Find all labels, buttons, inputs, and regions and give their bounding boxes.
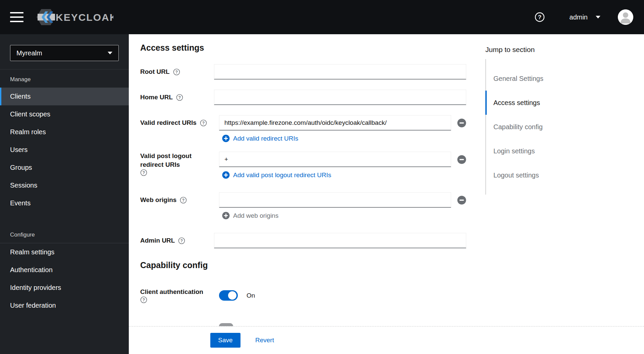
revert-button[interactable]: Revert	[255, 337, 274, 344]
home-url-row: Home URL ?	[140, 90, 479, 105]
masthead-actions: ? admin	[535, 9, 633, 25]
plus-circle-icon	[222, 135, 230, 142]
admin-url-label-wrap: Admin URL ?	[140, 233, 214, 248]
hamburger-menu-button[interactable]	[10, 12, 23, 22]
avatar[interactable]	[618, 9, 633, 25]
svg-text:?: ?	[143, 170, 145, 175]
sidebar-item-clients[interactable]: Clients	[0, 88, 129, 105]
keycloak-admin-console: KEYCLOAK ? admin	[0, 0, 644, 354]
valid-post-logout-redirect-uris-row: Valid post logout redirect URIs ?	[140, 152, 479, 179]
sidebar-item-label: Users	[10, 146, 28, 154]
username: admin	[570, 13, 588, 21]
valid-post-logout-uri-input[interactable]	[219, 152, 451, 167]
realm-selector-block: Myrealm	[0, 34, 129, 69]
plus-circle-icon	[222, 171, 230, 179]
keycloak-logo[interactable]: KEYCLOAK	[36, 9, 113, 26]
minus-circle-icon	[457, 155, 466, 164]
form-footer: Save Revert	[129, 326, 644, 354]
sidebar-item-label: Sessions	[10, 182, 37, 189]
question-circle-icon: ?	[178, 237, 185, 244]
sidebar-item-label: Realm settings	[10, 248, 54, 256]
sidebar-item-label: Events	[10, 199, 31, 207]
question-circle-icon: ?	[180, 197, 187, 204]
toggle-knob	[228, 291, 236, 300]
root-url-label-wrap: Root URL ?	[140, 64, 214, 80]
chevron-down-icon	[596, 16, 600, 18]
help-button[interactable]: ?	[535, 12, 545, 22]
svg-text:?: ?	[180, 239, 183, 243]
sidebar-item-realm-roles[interactable]: Realm roles	[0, 123, 129, 141]
nav-section-manage: Manage Clients Client scopes Realm roles…	[0, 71, 129, 212]
client-authentication-toggle[interactable]	[219, 290, 238, 301]
question-circle-icon: ?	[176, 94, 183, 101]
admin-url-help-button[interactable]: ?	[178, 237, 185, 244]
sidebar-item-users[interactable]: Users	[0, 141, 129, 159]
valid-redirect-uris-help-button[interactable]: ?	[200, 119, 207, 127]
masthead: KEYCLOAK ? admin	[0, 0, 644, 34]
jump-to-section-nav: Jump to section General Settings Access …	[485, 34, 644, 326]
valid-post-logout-help-button[interactable]: ?	[140, 169, 147, 176]
sidebar-item-label: Authentication	[10, 266, 53, 274]
add-web-origin-button[interactable]: Add web origins	[214, 212, 278, 219]
remove-valid-redirect-uri-button[interactable]	[457, 118, 466, 128]
svg-text:?: ?	[143, 298, 145, 302]
access-settings-heading: Access settings	[140, 43, 479, 53]
jump-item-login-settings[interactable]: Login settings	[485, 139, 637, 163]
admin-url-input[interactable]	[214, 233, 466, 248]
web-origins-row: Web origins ?	[140, 192, 479, 219]
user-avatar-icon	[618, 9, 633, 25]
web-origins-label: Web origins	[140, 196, 176, 204]
client-authentication-label: Client authentication	[140, 288, 203, 296]
valid-redirect-uris-row: Valid redirect URIs ?	[140, 115, 479, 142]
main-content: Access settings Root URL ?	[129, 34, 644, 354]
jump-item-access-settings[interactable]: Access settings	[485, 91, 637, 115]
sidebar-item-groups[interactable]: Groups	[0, 159, 129, 176]
remove-valid-post-logout-uri-button[interactable]	[457, 155, 466, 164]
sidebar-item-identity-providers[interactable]: Identity providers	[0, 279, 129, 297]
sidebar-item-client-scopes[interactable]: Client scopes	[0, 105, 129, 123]
add-valid-post-logout-uri-button[interactable]: Add valid post logout redirect URIs	[214, 171, 331, 179]
sidebar-item-label: Clients	[10, 93, 31, 100]
question-circle-icon: ?	[173, 68, 180, 75]
sidebar-item-events[interactable]: Events	[0, 194, 129, 212]
jump-item-logout-settings[interactable]: Logout settings	[485, 163, 637, 187]
sidebar-item-label: Identity providers	[10, 284, 61, 292]
sidebar-item-user-federation[interactable]: User federation	[0, 297, 129, 314]
save-button[interactable]: Save	[210, 333, 240, 348]
jump-nav-title: Jump to section	[485, 46, 637, 54]
home-url-input[interactable]	[214, 90, 466, 105]
jump-item-label: Logout settings	[493, 171, 539, 179]
question-circle-icon: ?	[535, 12, 545, 22]
hamburger-bar	[10, 21, 23, 22]
svg-text:?: ?	[182, 198, 184, 203]
add-web-origin-label: Add web origins	[233, 212, 278, 219]
sidebar-item-realm-settings[interactable]: Realm settings	[0, 243, 129, 261]
client-settings-form: Access settings Root URL ?	[129, 34, 485, 326]
client-authentication-help-button[interactable]: ?	[140, 296, 147, 303]
keycloak-logo-icon: KEYCLOAK	[36, 9, 113, 26]
root-url-help-button[interactable]: ?	[173, 68, 180, 75]
web-origins-help-button[interactable]: ?	[180, 197, 187, 204]
root-url-input[interactable]	[214, 64, 466, 80]
home-url-label-wrap: Home URL ?	[140, 90, 214, 105]
jump-item-capability-config[interactable]: Capability config	[485, 115, 637, 139]
client-authentication-label-wrap: Client authentication ?	[140, 288, 214, 303]
jump-item-label: Login settings	[493, 147, 535, 155]
question-circle-icon: ?	[140, 169, 147, 176]
jump-item-general-settings[interactable]: General Settings	[485, 66, 637, 91]
plus-circle-icon	[222, 212, 230, 219]
realm-selector[interactable]: Myrealm	[10, 45, 119, 61]
user-menu[interactable]: admin	[570, 13, 600, 21]
jump-item-label: Capability config	[493, 123, 543, 131]
add-valid-redirect-uri-button[interactable]: Add valid redirect URIs	[214, 135, 298, 142]
valid-redirect-uris-control: Add valid redirect URIs	[214, 115, 466, 142]
root-url-row: Root URL ?	[140, 64, 479, 80]
admin-url-label: Admin URL	[140, 236, 175, 245]
remove-web-origin-button[interactable]	[457, 196, 466, 205]
sidebar-item-authentication[interactable]: Authentication	[0, 261, 129, 279]
home-url-help-button[interactable]: ?	[176, 94, 183, 101]
web-origin-input[interactable]	[219, 192, 451, 208]
valid-redirect-uri-input[interactable]	[219, 115, 451, 131]
web-origins-control: Add web origins	[214, 192, 466, 219]
sidebar-item-sessions[interactable]: Sessions	[0, 176, 129, 194]
